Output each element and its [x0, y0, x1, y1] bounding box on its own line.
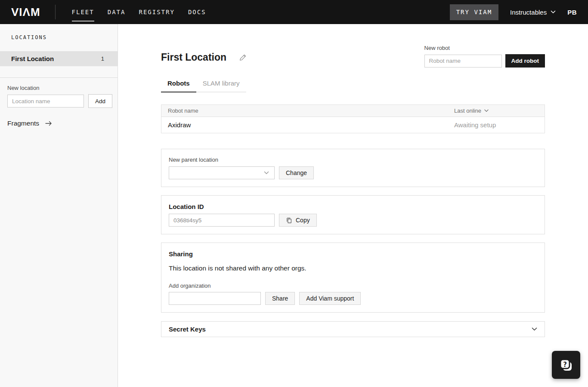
- copy-location-id-button[interactable]: Copy: [279, 214, 317, 227]
- nav-link-registry[interactable]: REGISTRY: [139, 6, 174, 18]
- nav-divider: [55, 5, 56, 19]
- chevron-down-icon: [264, 171, 269, 175]
- tab-robots[interactable]: Robots: [161, 80, 196, 92]
- location-name: First Location: [11, 55, 54, 62]
- location-id-input[interactable]: [169, 214, 275, 227]
- location-tabs: Robots SLAM library: [161, 80, 545, 92]
- new-location-input[interactable]: [7, 95, 84, 108]
- share-button[interactable]: Share: [265, 292, 295, 305]
- nav-link-docs[interactable]: DOCS: [188, 6, 206, 18]
- edit-location-name-button[interactable]: [238, 53, 248, 62]
- chevron-down-icon: [532, 327, 537, 331]
- copy-icon: [286, 217, 292, 224]
- add-organization-input[interactable]: [169, 292, 261, 305]
- parent-location-label: New parent location: [169, 157, 537, 163]
- robot-last-online-cell: Awaiting setup: [454, 121, 538, 129]
- add-robot-button[interactable]: Add robot: [505, 54, 545, 68]
- top-nav: VIΛM FLEET DATA REGISTRY DOCS TRY VIAM I…: [0, 0, 588, 24]
- new-robot-section: New robot Add robot: [424, 45, 545, 68]
- nav-right-group: TRY VIAM Instructables PB: [450, 4, 577, 20]
- primary-nav: FLEET DATA REGISTRY DOCS: [72, 6, 206, 18]
- main-content: First Location New robot Add robot Robot…: [118, 24, 588, 387]
- help-widget-button[interactable]: ?: [552, 351, 580, 379]
- last-online-label: Last online: [454, 108, 481, 114]
- tab-slam-library[interactable]: SLAM library: [196, 80, 246, 92]
- column-header-robot-name: Robot name: [168, 108, 454, 114]
- sharing-message: This location is not shared with any oth…: [169, 264, 537, 272]
- nav-link-data[interactable]: DATA: [108, 6, 126, 18]
- robots-table-header: Robot name Last online: [161, 105, 545, 117]
- sidebar-item-first-location[interactable]: First Location 1: [0, 51, 118, 66]
- new-robot-input[interactable]: [424, 55, 502, 68]
- org-switcher[interactable]: Instructables: [510, 9, 556, 16]
- viam-logo[interactable]: VIΛM: [11, 6, 40, 19]
- sort-chevron-down-icon: [484, 109, 489, 112]
- pencil-icon: [239, 56, 247, 63]
- robots-table: Robot name Last online Axidraw Awaiting …: [161, 104, 545, 133]
- location-id-heading: Location ID: [169, 203, 537, 210]
- arrow-right-icon: [45, 121, 52, 126]
- new-location-label: New location: [7, 85, 110, 91]
- parent-location-card: New parent location Change: [161, 149, 545, 187]
- try-viam-button[interactable]: TRY VIAM: [450, 4, 498, 20]
- locations-heading: LOCATIONS: [0, 24, 118, 40]
- add-viam-support-button[interactable]: Add Viam support: [299, 292, 361, 305]
- page-title: First Location: [161, 52, 226, 63]
- column-header-last-online[interactable]: Last online: [454, 108, 538, 114]
- svg-text:?: ?: [563, 360, 567, 368]
- parent-location-select[interactable]: [169, 166, 275, 179]
- copy-label: Copy: [296, 217, 310, 224]
- chevron-down-icon: [551, 10, 556, 14]
- secret-keys-heading: Secret Keys: [169, 326, 206, 333]
- help-question-icon: ?: [558, 357, 574, 373]
- location-id-card: Location ID Copy: [161, 195, 545, 234]
- locations-sidebar: LOCATIONS First Location 1 New location …: [0, 24, 118, 387]
- sharing-heading: Sharing: [169, 250, 537, 258]
- sharing-card: Sharing This location is not shared with…: [161, 243, 545, 313]
- add-location-button[interactable]: Add: [88, 94, 112, 108]
- location-robot-count: 1: [101, 55, 104, 62]
- new-robot-label: New robot: [424, 45, 545, 51]
- fragments-link[interactable]: Fragments: [0, 108, 118, 139]
- new-location-section: New location Add: [0, 78, 118, 108]
- avatar[interactable]: PB: [567, 9, 577, 16]
- page-header: First Location New robot Add robot: [161, 24, 545, 80]
- table-row-robot[interactable]: Axidraw Awaiting setup: [161, 117, 545, 133]
- change-parent-button[interactable]: Change: [279, 166, 314, 179]
- add-organization-label: Add organization: [169, 283, 537, 289]
- robot-name-cell: Axidraw: [168, 121, 454, 129]
- org-name: Instructables: [510, 9, 547, 16]
- nav-link-fleet[interactable]: FLEET: [72, 6, 94, 18]
- secret-keys-card[interactable]: Secret Keys: [161, 321, 545, 337]
- fragments-label: Fragments: [7, 120, 39, 127]
